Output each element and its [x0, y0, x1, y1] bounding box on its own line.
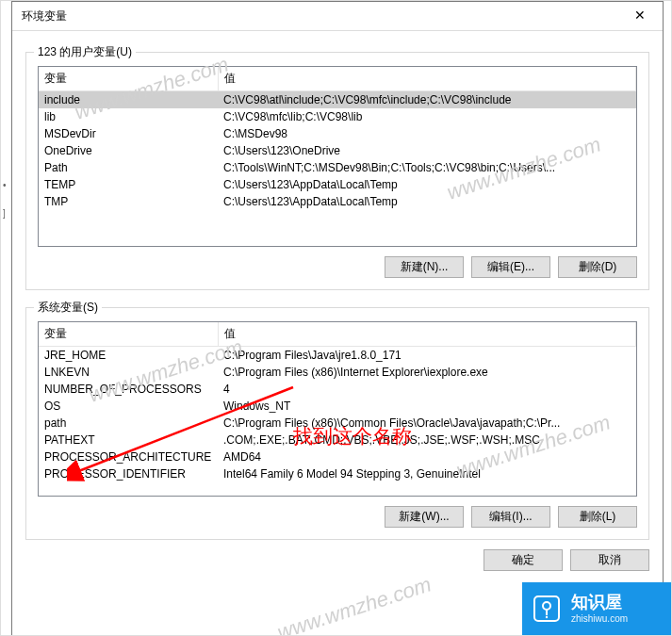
- table-row[interactable]: NUMBER_OF_PROCESSORS4: [39, 381, 636, 398]
- cell-variable: include: [39, 91, 218, 109]
- cell-value: C:\VC98\atl\include;C:\VC98\mfc\include;…: [218, 91, 636, 109]
- user-vars-label: 123 的用户变量(U): [34, 44, 136, 60]
- table-row[interactable]: pathC:\Program Files (x86)\Common Files\…: [39, 415, 636, 432]
- cell-variable: PROCESSOR_IDENTIFIER: [39, 465, 218, 482]
- table-row[interactable]: PathC:\Tools\WinNT;C:\MSDev98\Bin;C:\Too…: [39, 159, 636, 176]
- cell-variable: TMP: [39, 193, 218, 210]
- user-delete-button[interactable]: 删除(D): [558, 256, 637, 278]
- system-vars-table-container[interactable]: 变量 值 JRE_HOMEC:\Program Files\Java\jre1.…: [38, 321, 637, 497]
- cell-variable: TEMP: [39, 176, 218, 193]
- cell-value: AMD64: [218, 448, 636, 465]
- dialog-title: 环境变量: [22, 8, 67, 24]
- user-vars-table-container[interactable]: 变量 值 includeC:\VC98\atl\include;C:\VC98\…: [38, 66, 637, 247]
- cell-value: C:\Users\123\AppData\Local\Temp: [218, 176, 636, 193]
- cell-value: C:\VC98\mfc\lib;C:\VC98\lib: [218, 108, 636, 125]
- sys-col-variable[interactable]: 变量: [39, 322, 218, 347]
- cell-value: C:\Program Files\Java\jre1.8.0_171: [218, 347, 636, 365]
- cell-value: C:\MSDev98: [218, 125, 636, 142]
- table-row[interactable]: OSWindows_NT: [39, 398, 636, 415]
- cell-variable: Path: [39, 159, 218, 176]
- logo-text: 知识屋 zhishiwu.com: [571, 593, 628, 625]
- cell-value: C:\Users\123\AppData\Local\Temp: [218, 193, 636, 210]
- left-edge-dot: •: [3, 180, 7, 190]
- cell-variable: OneDrive: [39, 142, 218, 159]
- env-vars-dialog: 环境变量 ✕ 123 的用户变量(U) 变量 值 includeC:\VC98\…: [11, 1, 664, 636]
- close-button[interactable]: ✕: [621, 4, 659, 26]
- svg-point-3: [543, 602, 550, 610]
- table-row[interactable]: PATHEXT.COM;.EXE;.BAT;.CMD;.VBS;.VBE;.JS…: [39, 432, 636, 448]
- svg-point-5: [546, 616, 548, 618]
- left-edge-bracket: ]: [3, 208, 6, 219]
- table-row[interactable]: TEMPC:\Users\123\AppData\Local\Temp: [39, 176, 636, 193]
- cell-value: C:\Program Files (x86)\Internet Explorer…: [218, 364, 636, 381]
- user-vars-button-row: 新建(N)... 编辑(E)... 删除(D): [38, 256, 637, 278]
- cell-variable: JRE_HOME: [39, 347, 218, 365]
- cell-variable: NUMBER_OF_PROCESSORS: [39, 381, 218, 398]
- cell-variable: PATHEXT: [39, 432, 218, 448]
- system-vars-group: 系统变量(S) 变量 值 JRE_HOMEC:\Program Files\Ja…: [25, 307, 649, 540]
- cell-variable: PROCESSOR_ARCHITECTURE: [39, 448, 218, 465]
- site-logo-box: 知识屋 zhishiwu.com: [522, 582, 671, 635]
- user-col-variable[interactable]: 变量: [39, 67, 218, 91]
- user-edit-button[interactable]: 编辑(E)...: [471, 256, 550, 278]
- cell-value: C:\Program Files (x86)\Common Files\Orac…: [218, 415, 636, 432]
- cell-variable: path: [39, 415, 218, 432]
- cell-value: Windows_NT: [218, 398, 636, 415]
- cell-variable: MSDevDir: [39, 125, 218, 142]
- cell-value: .COM;.EXE;.BAT;.CMD;.VBS;.VBE;.JS;.JSE;.…: [218, 432, 636, 448]
- table-row[interactable]: includeC:\VC98\atl\include;C:\VC98\mfc\i…: [39, 91, 636, 109]
- table-row[interactable]: JRE_HOMEC:\Program Files\Java\jre1.8.0_1…: [39, 347, 636, 365]
- logo-title: 知识屋: [571, 593, 628, 613]
- user-vars-table: 变量 值 includeC:\VC98\atl\include;C:\VC98\…: [39, 67, 636, 210]
- system-vars-button-row: 新建(W)... 编辑(I)... 删除(L): [38, 506, 637, 528]
- table-row[interactable]: libC:\VC98\mfc\lib;C:\VC98\lib: [39, 108, 636, 125]
- dialog-footer: 确定 取消: [25, 549, 649, 571]
- user-new-button[interactable]: 新建(N)...: [385, 256, 464, 278]
- cell-value: C:\Tools\WinNT;C:\MSDev98\Bin;C:\Tools;C…: [218, 159, 636, 176]
- cell-variable: lib: [39, 108, 218, 125]
- cell-value: 4: [218, 381, 636, 398]
- cell-variable: LNKEVN: [39, 364, 218, 381]
- table-row[interactable]: LNKEVNC:\Program Files (x86)\Internet Ex…: [39, 364, 636, 381]
- system-vars-label: 系统变量(S): [34, 300, 102, 316]
- sys-delete-button[interactable]: 删除(L): [558, 506, 637, 528]
- table-row[interactable]: TMPC:\Users\123\AppData\Local\Temp: [39, 193, 636, 210]
- logo-subtitle: zhishiwu.com: [571, 613, 628, 625]
- sys-col-value[interactable]: 值: [218, 322, 636, 347]
- user-vars-group: 123 的用户变量(U) 变量 值 includeC:\VC98\atl\inc…: [25, 52, 649, 290]
- system-vars-table: 变量 值 JRE_HOMEC:\Program Files\Java\jre1.…: [39, 322, 636, 482]
- sys-new-button[interactable]: 新建(W)...: [385, 506, 464, 528]
- table-row[interactable]: OneDriveC:\Users\123\OneDrive: [39, 142, 636, 159]
- close-icon: ✕: [634, 8, 646, 23]
- ok-button[interactable]: 确定: [484, 549, 563, 571]
- cancel-button[interactable]: 取消: [570, 549, 649, 571]
- cell-variable: OS: [39, 398, 218, 415]
- cell-value: Intel64 Family 6 Model 94 Stepping 3, Ge…: [218, 465, 636, 482]
- cell-value: C:\Users\123\OneDrive: [218, 142, 636, 159]
- titlebar: 环境变量 ✕: [12, 2, 663, 31]
- table-row[interactable]: PROCESSOR_ARCHITECTUREAMD64: [39, 448, 636, 465]
- table-row[interactable]: PROCESSOR_IDENTIFIERIntel64 Family 6 Mod…: [39, 465, 636, 482]
- sys-edit-button[interactable]: 编辑(I)...: [471, 506, 550, 528]
- table-row[interactable]: MSDevDirC:\MSDev98: [39, 125, 636, 142]
- logo-icon: [532, 594, 562, 624]
- user-col-value[interactable]: 值: [218, 67, 636, 91]
